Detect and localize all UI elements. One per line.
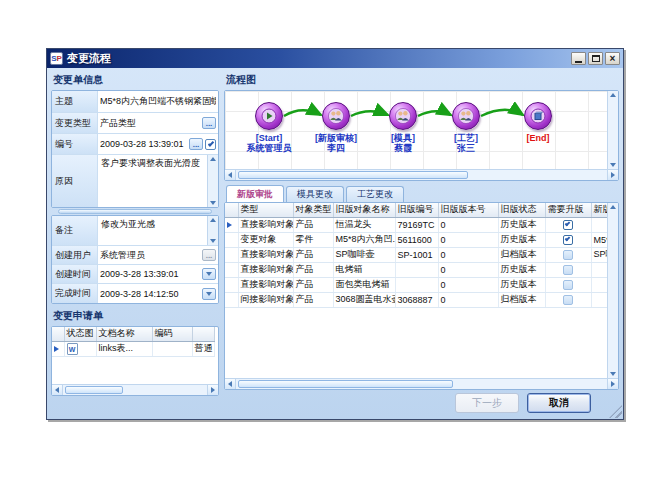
close-button[interactable]: × <box>605 52 620 65</box>
request-col-code[interactable]: 编码 <box>152 327 192 341</box>
number-ellipsis-button[interactable]: ... <box>189 138 203 150</box>
cell-old_no <box>395 277 438 292</box>
upgrade-checkbox[interactable] <box>563 220 573 230</box>
finish-time-input[interactable]: 2009-3-28 14:12:50 <box>100 289 200 299</box>
flow-node-task-2[interactable] <box>389 102 417 130</box>
change-col-2[interactable]: 旧版对象名称 <box>333 203 395 217</box>
scrollbar-thumb[interactable] <box>65 386 123 394</box>
request-col-status[interactable]: 状态图 <box>64 327 96 341</box>
flow-node-end-4[interactable] <box>524 102 552 130</box>
change-col-1[interactable]: 对象类型 <box>293 203 333 217</box>
flow-node-start-0[interactable] <box>255 102 283 130</box>
next-step-button[interactable]: 下一步 <box>455 393 519 413</box>
flow-node-task-1[interactable] <box>322 102 350 130</box>
scrollbar-track[interactable] <box>236 170 607 180</box>
selected-row-arrow-icon <box>227 222 232 228</box>
change-table-vscrollbar[interactable] <box>607 203 618 378</box>
maximize-button[interactable] <box>588 52 603 65</box>
create-time-dropdown-button[interactable] <box>202 268 216 280</box>
upgrade-checkbox[interactable] <box>563 250 573 260</box>
request-col-docname[interactable]: 文档名称 <box>96 327 152 341</box>
upgrade-checkbox[interactable] <box>563 280 573 290</box>
change-info-form-top: 主题 M5*8内六角凹端不锈钢紧固螺钉 变更类型 产品类型 ... 编号 20 <box>51 90 219 208</box>
request-col-extra[interactable] <box>192 327 214 341</box>
cell-obj_type: 产品 <box>293 262 333 277</box>
request-table-row[interactable]: Wlinks表...普通 <box>52 341 214 356</box>
scroll-left-arrow[interactable] <box>225 170 236 180</box>
desktop: SP 变更流程 × 变更单信息 主题 M5*8内六角凹端不锈钢紧固螺钉 变更类型 <box>0 0 660 477</box>
minimize-icon <box>575 61 582 63</box>
change-type-ellipsis-button[interactable]: ... <box>202 117 216 129</box>
flow-hscrollbar[interactable] <box>225 169 618 180</box>
scrollbar-thumb[interactable] <box>238 171 468 179</box>
table-row[interactable]: 直接影响对象产品SP咖啡壶SP-10010归档版本SP咖 <box>225 247 615 262</box>
upgrade-checkbox[interactable] <box>563 235 573 245</box>
subject-label: 主题 <box>52 91 98 112</box>
titlebar[interactable]: SP 变更流程 × <box>47 49 623 68</box>
table-row[interactable]: 直接影响对象产品电烤箱0历史版本 <box>225 262 615 277</box>
scroll-right-arrow[interactable] <box>607 170 618 180</box>
reason-textarea[interactable]: 客户要求调整表面光滑度 <box>98 155 205 207</box>
cell-old_ver: 0 <box>438 262 498 277</box>
change-col-3[interactable]: 旧版编号 <box>395 203 438 217</box>
flow-canvas[interactable]: [Start]系统管理员[新版审核]李四[模具]蔡霞[工艺]张三[End] <box>225 91 618 169</box>
minimize-button[interactable] <box>571 52 586 65</box>
flow-node-task-3[interactable] <box>452 102 480 130</box>
table-row[interactable]: 直接影响对象产品面包类电烤箱0历史版本 <box>225 277 615 292</box>
change-col-0[interactable]: 类型 <box>238 203 293 217</box>
change-type-input[interactable]: 产品类型 <box>100 117 200 130</box>
scroll-left-arrow[interactable] <box>225 379 236 389</box>
creator-input[interactable]: 系统管理员 <box>100 249 200 262</box>
chevron-down-icon <box>206 292 212 296</box>
remark-textarea[interactable]: 修改为亚光感 <box>98 216 205 245</box>
change-col-5[interactable]: 旧版状态 <box>498 203 545 217</box>
tab-2[interactable]: 工艺更改 <box>346 186 404 202</box>
creator-ellipsis-button[interactable]: ... <box>202 249 216 261</box>
reason-scrollbar[interactable] <box>207 155 218 207</box>
change-table-hscrollbar[interactable] <box>225 378 618 389</box>
scrollbar-thumb[interactable] <box>238 380 453 388</box>
tab-0[interactable]: 新版审批 <box>226 185 284 202</box>
create-time-label: 创建时间 <box>52 265 98 283</box>
task-node-icon <box>457 108 475 124</box>
tab-1[interactable]: 模具更改 <box>286 186 344 202</box>
check-icon <box>208 140 214 146</box>
cell-old_ver: 0 <box>438 247 498 262</box>
cell-old_name: 面包类电烤箱 <box>333 277 395 292</box>
cell-old_status: 归档版本 <box>498 292 545 307</box>
upgrade-checkbox[interactable] <box>563 295 573 305</box>
scrollbar-track[interactable] <box>236 379 607 389</box>
change-info-panel: 变更单信息 主题 M5*8内六角凹端不锈钢紧固螺钉 变更类型 产品类型 ... <box>51 71 219 416</box>
number-checkbox[interactable] <box>205 139 216 150</box>
cell-old_name: SP咖啡壶 <box>333 247 395 262</box>
subject-input[interactable]: M5*8内六角凹端不锈钢紧固螺钉 <box>100 95 216 108</box>
cell-type: 直接影响对象 <box>238 217 293 232</box>
cancel-button[interactable]: 取消 <box>527 393 591 413</box>
remark-label: 备注 <box>52 216 98 245</box>
cell-extra: 普通 <box>192 341 214 356</box>
number-input[interactable]: 2009-03-28 13:39:01 <box>100 139 187 149</box>
scroll-right-arrow[interactable] <box>607 379 618 389</box>
create-time-row: 创建时间 2009-3-28 13:39:01 <box>52 265 218 284</box>
scrollbar-track[interactable] <box>63 385 207 395</box>
table-row[interactable]: 间接影响对象产品3068圆盖电水壶30688870归档版本 <box>225 292 615 307</box>
change-col-4[interactable]: 旧版版本号 <box>438 203 498 217</box>
upgrade-checkbox[interactable] <box>563 265 573 275</box>
flow-vscrollbar[interactable] <box>607 91 618 169</box>
change-type-label: 变更类型 <box>52 113 98 133</box>
form-splitter[interactable] <box>51 208 219 215</box>
change-table-area: 类型对象类型旧版对象名称旧版编号旧版版本号旧版状态需要升版新版 直接影响对象产品… <box>225 203 618 378</box>
table-row[interactable]: 变更对象零件M5*8内六角凹...56116000历史版本M5*8 <box>225 232 615 247</box>
finish-time-dropdown-button[interactable] <box>202 288 216 300</box>
cell-old_status: 历史版本 <box>498 277 545 292</box>
create-time-input[interactable]: 2009-3-28 13:39:01 <box>100 269 200 279</box>
cell-old_ver: 0 <box>438 232 498 247</box>
scroll-right-arrow[interactable] <box>207 385 218 395</box>
scroll-left-arrow[interactable] <box>52 385 63 395</box>
change-info-header: 变更单信息 <box>51 71 219 90</box>
change-col-6[interactable]: 需要升版 <box>545 203 591 217</box>
remark-scrollbar[interactable] <box>207 216 218 245</box>
scroll-right-icon <box>611 381 615 387</box>
request-table-hscrollbar[interactable] <box>52 384 218 395</box>
table-row[interactable]: 直接影响对象产品恒温龙头79169TC0历史版本 <box>225 217 615 232</box>
